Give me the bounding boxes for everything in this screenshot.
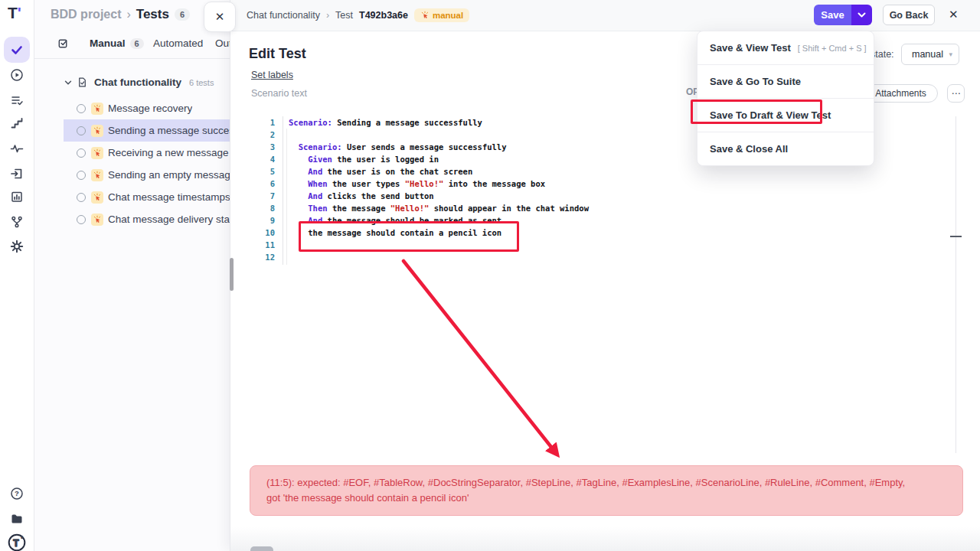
code-line[interactable]	[289, 129, 589, 141]
select-all-checkbox-icon[interactable]	[57, 37, 70, 50]
go-back-button[interactable]: Go Back	[883, 5, 935, 25]
rail-item-files[interactable]	[10, 512, 24, 526]
breadcrumb-suite[interactable]: Chat functionality	[247, 10, 320, 21]
line-number: 4	[253, 153, 275, 165]
rail-item-plans[interactable]	[10, 93, 24, 107]
manual-count-badge: 6	[130, 38, 144, 49]
tab-automated[interactable]: Automated	[153, 37, 203, 49]
code-line[interactable]: When the user types "Hello!" into the me…	[289, 178, 589, 190]
rail-item-help[interactable]: ?	[10, 487, 24, 500]
code-line[interactable]: the message should contain a pencil icon	[289, 227, 589, 239]
menu-item-save-close-all[interactable]: Save & Close All	[697, 132, 874, 165]
help-question-icon: ?	[10, 487, 24, 500]
clipped-bottom-button[interactable]	[250, 546, 273, 551]
code-line[interactable]: Scenario: User sends a message successfu…	[289, 141, 589, 153]
rail-item-profile[interactable]: T'	[8, 533, 26, 551]
test-status-circle[interactable]	[77, 193, 86, 202]
save-button[interactable]: Save	[814, 5, 851, 25]
suite-doc-check-icon	[77, 77, 88, 88]
line-number: 9	[253, 214, 275, 227]
rail-item-runs[interactable]	[10, 68, 24, 82]
menu-item-save-view-test[interactable]: Save & View Test[ Shift + Cmd + S ]	[697, 31, 874, 64]
gutter-separator	[283, 116, 283, 265]
code-line[interactable]: And the message should be marked as sent	[289, 214, 589, 227]
page-title: Edit Test	[249, 46, 306, 62]
test-id: T492b3a6e	[359, 10, 408, 21]
chevron-down-icon[interactable]	[64, 78, 73, 87]
rail-item-branches[interactable]	[10, 215, 24, 229]
tree-test-item[interactable]: Chat message delivery stat	[34, 208, 230, 230]
test-status-circle[interactable]	[77, 126, 86, 135]
breadcrumb: BDD project › Tests 6	[51, 7, 190, 22]
app-window: T'	[0, 0, 980, 551]
test-status-circle[interactable]	[77, 148, 86, 158]
activity-pulse-icon	[10, 142, 24, 155]
more-options-button[interactable]: ⋯	[947, 84, 965, 103]
manual-cursor-icon	[91, 169, 103, 181]
rail-item-activity[interactable]	[10, 142, 24, 155]
analytics-bar-chart-icon	[10, 190, 24, 204]
edit-test-header: Chat functionality › Test T492b3a6e manu…	[230, 0, 980, 31]
panel-close-tab[interactable]: ✕	[204, 2, 236, 32]
menu-item-save-to-draft-view-test[interactable]: Save To Draft & View Test	[697, 98, 874, 132]
tree-test-item[interactable]: Sending a message succes	[64, 119, 230, 142]
save-options-menu: Save & View Test[ Shift + Cmd + S ]Save …	[697, 31, 874, 166]
set-labels-link[interactable]: Set labels	[251, 70, 293, 80]
line-number: 3	[253, 141, 275, 153]
gherkin-parse-error: (11:5): expected: #EOF, #TableRow, #DocS…	[250, 465, 963, 516]
test-status-circle[interactable]	[77, 215, 86, 224]
close-editor-icon[interactable]: ✕	[949, 8, 959, 21]
editor-right-border	[956, 116, 956, 453]
attachments-button[interactable]: Attachments	[864, 84, 938, 103]
code-line[interactable]: Given the user is logged in	[289, 153, 589, 165]
testomat-logo[interactable]: T'	[8, 4, 21, 22]
test-title: Message recovery	[108, 103, 192, 114]
caret-down-icon: ▾	[949, 51, 952, 58]
tree-panel-scrollbar[interactable]	[230, 258, 234, 291]
rail-item-analytics[interactable]	[10, 190, 24, 204]
code-line[interactable]	[289, 251, 589, 263]
rail-item-steps[interactable]	[10, 116, 24, 130]
menu-item-save-go-to-suite[interactable]: Save & Go To Suite	[697, 64, 874, 98]
rail-item-import[interactable]	[10, 167, 24, 181]
import-box-arrow-icon	[10, 167, 24, 181]
code-line[interactable]: Then the message "Hello!" should appear …	[289, 202, 589, 214]
code-line[interactable]	[289, 239, 589, 251]
tree-test-item[interactable]: Message recovery	[34, 97, 230, 119]
line-number: 5	[253, 165, 275, 178]
editor-code[interactable]: Scenario: Sending a message successfully…	[289, 116, 589, 263]
editor-resize-tick[interactable]	[950, 236, 962, 237]
tests-filter-tabs: Manual6 Automated Out	[34, 31, 230, 59]
state-select[interactable]: manual ▾	[901, 44, 959, 65]
line-number: 12	[253, 251, 275, 263]
tree-test-item[interactable]: Chat message timestamps	[34, 186, 230, 208]
tab-outdated-clipped[interactable]: Out	[215, 37, 230, 49]
suite-title[interactable]: Chat functionality	[94, 77, 181, 88]
save-options-caret-button[interactable]	[851, 5, 872, 25]
svg-text:?: ?	[15, 489, 19, 497]
runs-play-icon	[10, 68, 24, 82]
rail-item-tests-active[interactable]	[4, 37, 30, 63]
breadcrumb-project[interactable]: BDD project	[51, 8, 121, 21]
suite-row[interactable]: Chat functionality 6 tests	[64, 77, 214, 88]
tree-test-item[interactable]: Sending an empty message	[34, 164, 230, 186]
code-line[interactable]: And clicks the send button	[289, 190, 589, 202]
manual-cursor-icon	[91, 214, 103, 226]
line-number: 7	[253, 190, 275, 202]
test-status-circle[interactable]	[77, 104, 86, 113]
code-line[interactable]: Scenario: Sending a message successfully	[289, 116, 589, 129]
breadcrumb-section[interactable]: Tests	[136, 7, 169, 22]
code-line[interactable]: And the user is on the chat screen	[289, 165, 589, 178]
test-title: Sending a message succes	[108, 125, 230, 136]
rail-item-settings[interactable]	[10, 240, 24, 253]
tree-test-item[interactable]: Receiving a new message	[34, 142, 230, 164]
manual-cursor-icon	[91, 191, 103, 204]
tab-manual[interactable]: Manual6	[90, 37, 144, 49]
breadcrumb-separator: ›	[126, 8, 130, 21]
tests-count-badge: 6	[175, 8, 190, 21]
scenario-editor[interactable]: 123456789101112 Scenario: Sending a mess…	[230, 116, 956, 453]
line-number: 1	[253, 116, 275, 129]
tests-list: Message recoverySending a message succes…	[34, 97, 230, 230]
test-status-circle[interactable]	[77, 171, 86, 180]
line-number: 8	[253, 202, 275, 214]
